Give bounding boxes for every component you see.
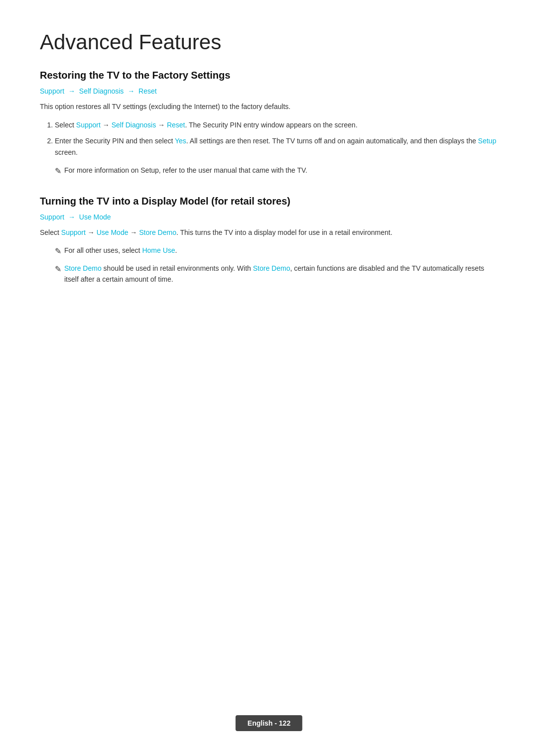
note2-storedemo-link1[interactable]: Store Demo [64, 264, 102, 272]
section2-intro: Select Support → Use Mode → Store Demo. … [40, 227, 498, 238]
section2-breadcrumb: Support → Use Mode [40, 213, 498, 221]
section2-arrow2: → [128, 228, 139, 236]
section2-arrow1: → [86, 228, 97, 236]
step2-setup-link[interactable]: Setup [478, 137, 497, 145]
note2-middle: should be used in retail environments on… [102, 264, 253, 272]
step1-reset-link[interactable]: Reset [167, 121, 185, 129]
page-title: Advanced Features [40, 30, 498, 55]
section1-steps: Select Support → Self Diagnosis → Reset.… [55, 119, 498, 158]
step-1: Select Support → Self Diagnosis → Reset.… [55, 119, 498, 130]
section2-title: Turning the TV into a Display Model (for… [40, 196, 498, 207]
breadcrumb-arrow1: → [68, 87, 75, 95]
section2-note2: ✎ Store Demo should be used in retail en… [55, 263, 498, 285]
section1-note: ✎ For more information on Setup, refer t… [55, 165, 498, 178]
step2-text-middle: . All settings are then reset. The TV tu… [186, 137, 478, 145]
section-restore-factory: Restoring the TV to the Factory Settings… [40, 70, 498, 177]
note2-icon: ✎ [55, 263, 61, 276]
step2-yes-link[interactable]: Yes [175, 137, 186, 145]
section2-note1-text: For all other uses, select Home Use. [64, 245, 177, 256]
section2-intro-after: . This turns the TV into a display model… [176, 228, 393, 236]
section2-support-link[interactable]: Support [61, 228, 86, 236]
section2-note1: ✎ For all other uses, select Home Use. [55, 245, 498, 258]
section2-breadcrumb-support-link[interactable]: Support [40, 213, 64, 221]
section1-breadcrumb: Support → Self Diagnosis → Reset [40, 87, 498, 95]
breadcrumb-reset-link[interactable]: Reset [138, 87, 157, 95]
section1-intro: This option restores all TV settings (ex… [40, 101, 498, 112]
section2-breadcrumb-usemode-link[interactable]: Use Mode [79, 213, 111, 221]
step1-text-before: Select [55, 121, 76, 129]
step2-text-after: screen. [55, 148, 78, 156]
step1-arrow1: → [101, 121, 112, 129]
step1-text-after: . The Security PIN entry window appears … [185, 121, 358, 129]
note1-homeuse-link[interactable]: Home Use [142, 246, 175, 254]
note-icon: ✎ [55, 165, 61, 178]
step1-selfdiagnosis-link[interactable]: Self Diagnosis [112, 121, 156, 129]
section2-intro-before: Select [40, 228, 61, 236]
step-2: Enter the Security PIN and then select Y… [55, 135, 498, 158]
section2-usemode-link[interactable]: Use Mode [97, 228, 129, 236]
step1-arrow2: → [156, 121, 167, 129]
section2-breadcrumb-arrow1: → [68, 213, 75, 221]
breadcrumb-support-link[interactable]: Support [40, 87, 64, 95]
note2-storedemo-link2[interactable]: Store Demo [253, 264, 290, 272]
step2-text-before: Enter the Security PIN and then select [55, 137, 175, 145]
note1-after: . [175, 246, 177, 254]
section1-note-text: For more information on Setup, refer to … [64, 165, 307, 176]
page-footer: English - 122 [236, 715, 302, 731]
note1-before: For all other uses, select [64, 246, 142, 254]
note1-icon: ✎ [55, 245, 61, 258]
breadcrumb-selfdiagnosis-link[interactable]: Self Diagnosis [79, 87, 124, 95]
section1-title: Restoring the TV to the Factory Settings [40, 70, 498, 81]
breadcrumb-arrow2: → [128, 87, 134, 95]
section2-storedemo-link[interactable]: Store Demo [139, 228, 176, 236]
section-display-model: Turning the TV into a Display Model (for… [40, 196, 498, 285]
section2-note2-text: Store Demo should be used in retail envi… [64, 263, 498, 285]
step1-support-link[interactable]: Support [76, 121, 101, 129]
